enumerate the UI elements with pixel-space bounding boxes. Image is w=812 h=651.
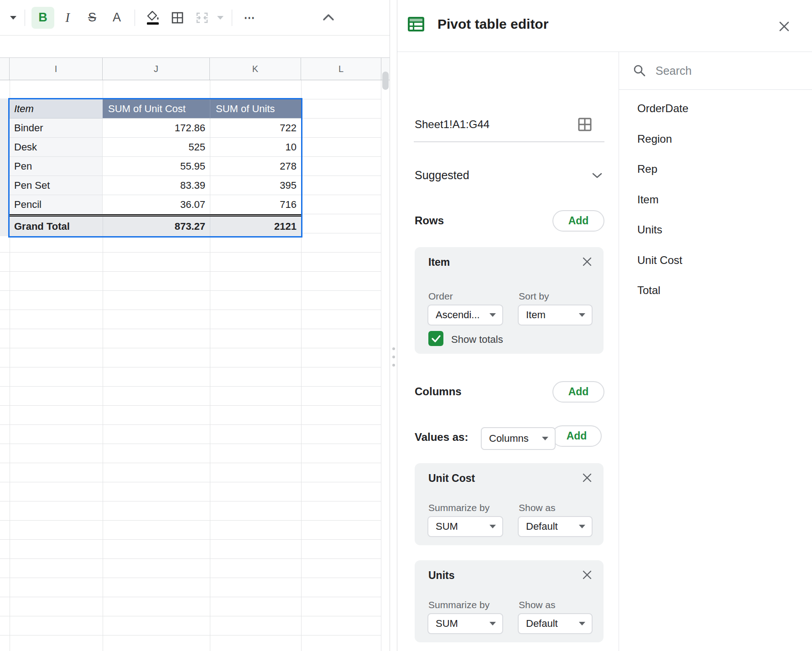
panel-resize-handle[interactable] xyxy=(390,0,397,651)
drag-dot-icon xyxy=(392,364,395,367)
summarize-by-label: Summarize by xyxy=(428,502,489,513)
remove-units-button[interactable] xyxy=(580,568,594,582)
pivot-cell[interactable]: Pen Set xyxy=(10,176,103,195)
summarize-by-label: Summarize by xyxy=(428,599,489,610)
show-as-select[interactable]: Default xyxy=(518,613,593,634)
pivot-grand-total-cell[interactable]: Grand Total xyxy=(10,217,103,236)
pivot-cell[interactable]: Pencil xyxy=(10,195,103,214)
summarize-by-select[interactable]: SUM xyxy=(427,516,503,537)
values-as-label: Values as: xyxy=(415,431,468,444)
collapse-toolbar-button[interactable] xyxy=(319,9,338,26)
field-item-total[interactable]: Total xyxy=(637,284,661,297)
order-label: Order xyxy=(428,291,453,302)
pivot-cell[interactable]: 10 xyxy=(210,138,301,157)
toolbar-overflow-caret-icon[interactable] xyxy=(7,16,19,20)
card-title: Units xyxy=(428,569,455,582)
show-as-label: Show as xyxy=(519,599,556,610)
pivot-cell[interactable]: 172.86 xyxy=(103,119,210,138)
values-add-button[interactable]: Add xyxy=(552,425,602,447)
pivot-cell[interactable]: 278 xyxy=(210,157,301,176)
field-item-unit-cost[interactable]: Unit Cost xyxy=(637,254,682,267)
field-item-units[interactable]: Units xyxy=(637,223,662,236)
remove-item-field-button[interactable] xyxy=(580,254,594,269)
panel-header: Pivot table editor xyxy=(397,0,812,52)
rows-add-button[interactable]: Add xyxy=(552,210,604,232)
pivot-data-row: Pen Set83.39395 xyxy=(10,176,301,195)
pivot-cell[interactable]: 55.95 xyxy=(103,157,210,176)
column-header-J[interactable]: J xyxy=(103,58,210,80)
more-options-button[interactable]: ⋯ xyxy=(239,7,261,29)
field-search-input[interactable] xyxy=(655,64,789,78)
column-header-K[interactable]: K xyxy=(210,58,301,80)
pivot-cell[interactable]: 36.07 xyxy=(103,195,210,214)
fill-color-icon xyxy=(146,10,160,26)
borders-button[interactable] xyxy=(166,7,189,29)
pivot-grand-total-cell[interactable]: 2121 xyxy=(210,217,301,236)
show-totals-label: Show totals xyxy=(451,334,503,346)
panel-title: Pivot table editor xyxy=(437,16,548,32)
field-search-row xyxy=(619,52,812,90)
strikethrough-button[interactable]: S xyxy=(81,7,104,29)
bold-button[interactable]: B xyxy=(31,7,54,29)
field-item-item[interactable]: Item xyxy=(637,193,659,206)
field-item-rep[interactable]: Rep xyxy=(637,163,657,176)
text-color-button[interactable]: A xyxy=(105,7,128,29)
columns-section-label: Columns xyxy=(415,385,462,398)
suggested-label: Suggested xyxy=(415,169,469,182)
google-sheets-pivot-editor: B I S A xyxy=(0,0,812,651)
pivot-cell[interactable]: 716 xyxy=(210,195,301,214)
toolbar-divider xyxy=(25,10,25,26)
scrollbar-thumb[interactable] xyxy=(382,72,389,90)
pivot-data-row: Desk52510 xyxy=(10,138,301,157)
pivot-header-cell[interactable]: Item xyxy=(10,99,103,119)
pivot-cell[interactable]: Pen xyxy=(10,157,103,176)
toolbar-divider xyxy=(232,10,232,26)
columns-add-button[interactable]: Add xyxy=(552,381,604,403)
close-icon xyxy=(582,256,593,267)
toolbar: B I S A xyxy=(0,0,390,36)
column-header-L[interactable]: L xyxy=(301,58,381,80)
suggested-section-toggle[interactable]: Suggested xyxy=(397,162,619,190)
spreadsheet-pane: B I S A xyxy=(0,0,390,651)
italic-button[interactable]: I xyxy=(56,7,79,29)
order-select[interactable]: Ascendi... xyxy=(427,305,503,326)
values-as-select[interactable]: Columns xyxy=(481,427,556,450)
pivot-cell[interactable]: 395 xyxy=(210,176,301,195)
show-as-select[interactable]: Default xyxy=(518,516,593,537)
value-card-units: Units Summarize by Show as SUM Default xyxy=(415,560,604,642)
merge-cells-caret-icon[interactable] xyxy=(214,16,226,20)
column-header-I[interactable]: I xyxy=(10,58,103,80)
pivot-header-cell[interactable]: SUM of Unit Cost xyxy=(103,99,210,119)
pivot-table[interactable]: ItemSUM of Unit CostSUM of UnitsBinder17… xyxy=(8,98,302,238)
pivot-data-row: Pen55.95278 xyxy=(10,157,301,176)
scrollbar-track[interactable] xyxy=(381,80,390,651)
card-title: Unit Cost xyxy=(428,472,475,485)
pivot-grand-total-cell[interactable]: 873.27 xyxy=(103,217,210,236)
pivot-table-icon xyxy=(407,16,425,34)
pivot-cell[interactable]: 722 xyxy=(210,119,301,138)
field-item-region[interactable]: Region xyxy=(637,133,672,145)
caret-down-icon xyxy=(579,622,585,625)
field-item-orderdate[interactable]: OrderDate xyxy=(637,102,688,115)
select-data-range-button[interactable] xyxy=(577,117,593,133)
pivot-header-cell[interactable]: SUM of Units xyxy=(210,99,301,119)
column-headers: IJKL xyxy=(0,57,390,80)
show-totals-checkbox[interactable] xyxy=(428,331,443,346)
remove-unit-cost-button[interactable] xyxy=(580,470,594,485)
merge-cells-button[interactable] xyxy=(191,7,213,29)
pivot-cell[interactable]: Desk xyxy=(10,138,103,157)
caret-down-icon xyxy=(579,313,585,317)
card-title: Item xyxy=(428,256,450,269)
close-icon xyxy=(582,569,593,580)
sort-by-select[interactable]: Item xyxy=(518,305,593,326)
caret-down-icon xyxy=(489,313,496,317)
fill-color-button[interactable] xyxy=(141,7,164,29)
pivot-cell[interactable]: 525 xyxy=(103,138,210,157)
data-range-field[interactable]: Sheet1!A1:G44 xyxy=(415,118,489,131)
summarize-by-select[interactable]: SUM xyxy=(427,613,503,634)
caret-down-icon xyxy=(579,525,585,528)
pivot-cell[interactable]: 83.39 xyxy=(103,176,210,195)
close-panel-button[interactable] xyxy=(775,17,793,36)
pivot-cell[interactable]: Binder xyxy=(10,119,103,138)
toolbar-divider xyxy=(135,10,135,26)
